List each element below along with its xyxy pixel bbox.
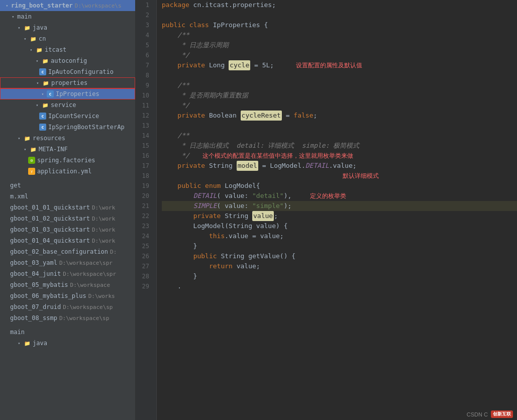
line-number-27: 27 [136, 261, 152, 271]
keyword: private [177, 60, 205, 70]
sidebar-item-gboot-07[interactable]: gboot_07_druid D:\workspace\sp [0, 301, 135, 312]
code-line-24: this.value = value; [162, 231, 517, 241]
sidebar-item-gboot-01-02[interactable]: gboot_01_02_quickstart D:\work [0, 213, 135, 224]
sidebar-item-application-yml[interactable]: y application.yml [0, 166, 135, 177]
sidebar-item-label: gboot_06_mybatis_plus [10, 292, 86, 299]
sidebar-item-IpCountService[interactable]: c IpCountService [0, 111, 135, 122]
line-number-18: 18 [136, 171, 152, 181]
line-number-19: 19 [136, 181, 152, 191]
line-number-20: 20 [136, 191, 152, 201]
line-number-1: 1 [136, 0, 152, 10]
sidebar-item-label: gboot_02_base_configuration [10, 248, 108, 255]
keyword: this [209, 231, 225, 241]
comment: */ [162, 151, 189, 161]
line-number-8: 8 [136, 70, 152, 80]
folder-icon: 📁 [35, 46, 43, 54]
project-path: D:\workspace\spr [59, 260, 113, 266]
sidebar-item-label: gboot_05_mybatis [10, 281, 68, 288]
sidebar-item-bottom-java[interactable]: ▾ 📁 java [0, 338, 135, 349]
sidebar-item-gboot-06[interactable]: gboot_06_mybatis_plus D:\works [0, 290, 135, 301]
sidebar-item-IpProperties[interactable]: ▾ c IpProperties [0, 88, 135, 99]
code-line-14: /** [162, 131, 517, 141]
code-line-10: * 是否周期内重置数据 [162, 90, 517, 100]
code-line-19: public enum LogModel{ [162, 181, 517, 191]
sidebar-item-gboot-01-03[interactable]: gboot_01_03_quickstart D:\work [0, 224, 135, 235]
sidebar-item-gboot-02[interactable]: gboot_02_base_configuration D: [0, 246, 135, 257]
code-line-8 [162, 70, 517, 80]
code-line-3: public class IpProperties { [162, 20, 517, 30]
code-line-6: */ [162, 50, 517, 60]
chevron-icon: ▾ [28, 47, 34, 53]
sidebar-item-label: autoconfig [51, 57, 87, 64]
folder-icon: 📁 [42, 79, 50, 87]
keyword: package [162, 0, 189, 10]
line-number-10: 10 [136, 90, 152, 100]
code-editor[interactable]: 1 2 3 4 5 6 7 8 9 10 11 12 13 14 15 16 1… [136, 0, 517, 420]
project-path: D:\workspace [70, 282, 110, 288]
keyword: private [177, 161, 205, 171]
line-number-12: 12 [136, 111, 152, 121]
sidebar-item-cn[interactable]: ▾ 📁 cn [0, 33, 135, 44]
sidebar-item-gboot-08[interactable]: gboot_08_ssmp D:\workspace\sp [0, 312, 135, 324]
sidebar-item-gboot-04[interactable]: gboot_04_junit D:\workspace\spr [0, 268, 135, 279]
highlighted-token: cycleReset [241, 111, 282, 121]
project-path: D:\work [92, 238, 115, 244]
sidebar-item-get[interactable]: get [0, 180, 135, 191]
code-line-21: SIMPLE( value: "simple"); [162, 201, 517, 211]
project-path: D:\works [88, 293, 115, 299]
code-line-20: DETAIL( value: "detail"), 定义的枚举类 [162, 191, 517, 201]
java-file-icon: c [47, 90, 54, 97]
chevron-icon: ▾ [40, 91, 46, 97]
line-number-17: 17 [136, 161, 152, 171]
code-line-9: /** [162, 80, 517, 90]
sidebar-item-label: java [33, 340, 47, 347]
sidebar-item-itcast[interactable]: ▾ 📁 itcast [0, 44, 135, 55]
sidebar-item-label: main [10, 329, 25, 336]
comment: * 日志显示周期 [162, 40, 229, 50]
folder-icon: 📁 [41, 57, 49, 65]
sidebar-item-gboot-01-01[interactable]: gboot_01_01_quickstart D:\work [0, 202, 135, 213]
line-numbers: 1 2 3 4 5 6 7 8 9 10 11 12 13 14 15 16 1… [136, 0, 157, 420]
line-number-13: 13 [136, 121, 152, 131]
sidebar-item-gboot-01-04[interactable]: gboot_01_04_quickstart D:\work [0, 235, 135, 246]
sidebar-item-label: java [33, 24, 47, 31]
sidebar-item-gboot-03[interactable]: gboot_03_yaml D:\workspace\spr [0, 257, 135, 268]
line-number-25: 25 [136, 241, 152, 251]
code-line-29: . [162, 281, 517, 291]
sidebar-item-gboot-05[interactable]: gboot_05_mybatis D:\workspace [0, 279, 135, 290]
project-header[interactable]: ▾ ring_boot_starter D:\workspace\s [0, 0, 135, 11]
project-path: D:\work [92, 216, 115, 222]
sidebar-item-bottom-main[interactable]: main [0, 327, 135, 338]
project-path: D: [110, 249, 117, 255]
chevron-icon: ▾ [22, 36, 28, 42]
chevron-icon: ▾ [4, 3, 10, 9]
keyword: return [209, 261, 233, 271]
sidebar-item-service[interactable]: ▾ 📁 service [0, 99, 135, 111]
chevron-icon: ▾ [34, 58, 40, 64]
line-number-4: 4 [136, 30, 152, 40]
highlighted-token: value [252, 211, 274, 221]
java-file-icon: c [39, 113, 46, 120]
sidebar-item-IpSpringBootStarterAp[interactable]: c IpSpringBootStarterAp [0, 122, 135, 133]
sidebar-item-m-xml[interactable]: m.xml [0, 191, 135, 202]
sidebar-item-main[interactable]: ▾ main [0, 11, 135, 22]
code-line-11: */ [162, 100, 517, 111]
sidebar-item-resources[interactable]: ▾ 📁 resources [0, 133, 135, 144]
line-number-11: 11 [136, 100, 152, 111]
code-lines: package cn.itcast.properties; public cla… [157, 0, 517, 420]
sidebar-item-IpAutoConfiguration[interactable]: c IpAutoConfiguratio [0, 66, 135, 77]
line-number-24: 24 [136, 231, 152, 241]
line-number-29: 29 [136, 281, 152, 291]
sidebar-item-spring-factories[interactable]: ⚙ spring.factories [0, 155, 135, 166]
code-line-27: return value; [162, 261, 517, 271]
sidebar-item-label: gboot_01_03_quickstart [10, 226, 90, 233]
sidebar-item-label: cn [39, 35, 46, 42]
enum-value: DETAIL [193, 191, 217, 201]
line-number-22: 22 [136, 211, 152, 221]
string-literal: "detail" [252, 191, 284, 201]
sidebar-item-autoconfig[interactable]: ▾ 📁 autoconfig [0, 55, 135, 66]
sidebar-item-META-INF[interactable]: ▾ 📁 META-INF [0, 144, 135, 155]
sidebar-item-java[interactable]: ▾ 📁 java [0, 22, 135, 33]
sidebar-item-label: IpAutoConfiguratio [48, 68, 114, 75]
sidebar-item-properties[interactable]: ▾ 📁 properties [0, 77, 135, 88]
